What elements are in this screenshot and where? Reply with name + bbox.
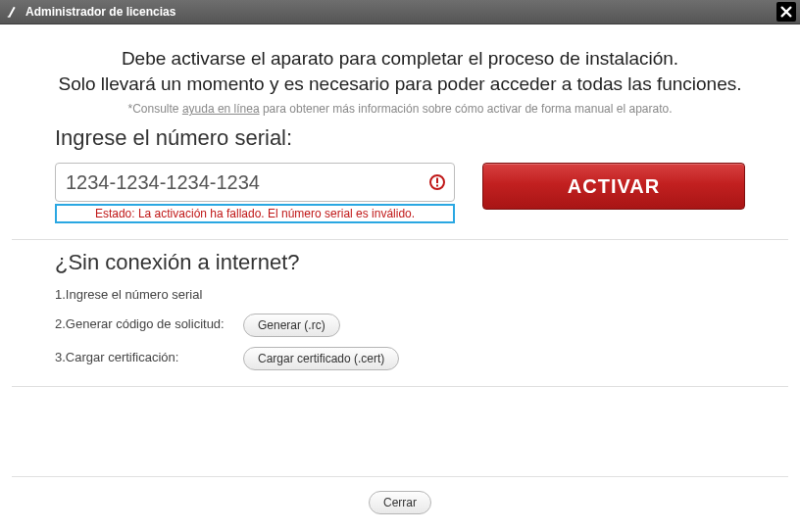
step-label: Ingrese el número serial	[66, 287, 202, 302]
error-icon	[429, 174, 445, 190]
svg-rect-3	[436, 185, 438, 187]
offline-heading: ¿Sin conexión a internet?	[55, 250, 745, 275]
offline-step-2: 2.Generar código de solicitud: Generar (…	[55, 314, 745, 337]
step-num: 2.	[55, 316, 66, 331]
window-title: Administrador de licencias	[25, 5, 776, 19]
dialog-footer: Cerrar	[12, 476, 788, 514]
help-prefix: *Consulte	[128, 102, 182, 116]
step-label: Cargar certificación:	[66, 350, 179, 364]
svg-rect-2	[436, 178, 438, 184]
help-note: *Consulte ayuda en línea para obtener má…	[12, 102, 788, 116]
serial-input[interactable]	[55, 163, 455, 202]
offline-step-3: 3.Cargar certificación: Cargar certifica…	[55, 347, 745, 370]
generate-rc-button[interactable]: Generar (.rc)	[243, 314, 340, 337]
dialog-body: Debe activarse el aparato para completar…	[0, 24, 800, 532]
close-button[interactable]	[776, 2, 796, 22]
intro-line1: Debe activarse el aparato para completar…	[122, 48, 678, 69]
help-link[interactable]: ayuda en línea	[182, 102, 260, 116]
svg-rect-0	[8, 16, 11, 17]
titlebar: Administrador de licencias	[0, 0, 800, 24]
activate-button[interactable]: ACTIVAR	[482, 163, 745, 210]
status-message: Estado: La activación ha fallado. El núm…	[55, 204, 455, 223]
serial-heading: Ingrese el número serial:	[55, 125, 745, 151]
serial-section: Ingrese el número serial: Estado: La act…	[12, 116, 788, 240]
step-num: 3.	[55, 350, 66, 364]
app-icon	[6, 5, 20, 19]
step-num: 1.	[55, 287, 66, 302]
close-dialog-button[interactable]: Cerrar	[369, 491, 431, 514]
step-label: Generar código de solicitud:	[66, 316, 225, 331]
intro-line2: Solo llevará un momento y es necesario p…	[58, 73, 741, 94]
help-suffix: para obtener más información sobre cómo …	[260, 102, 673, 116]
intro-text: Debe activarse el aparato para completar…	[12, 46, 788, 96]
offline-step-1: 1.Ingrese el número serial	[55, 287, 745, 303]
offline-section: ¿Sin conexión a internet? 1.Ingrese el n…	[12, 240, 788, 386]
load-cert-button[interactable]: Cargar certificado (.cert)	[243, 347, 399, 370]
